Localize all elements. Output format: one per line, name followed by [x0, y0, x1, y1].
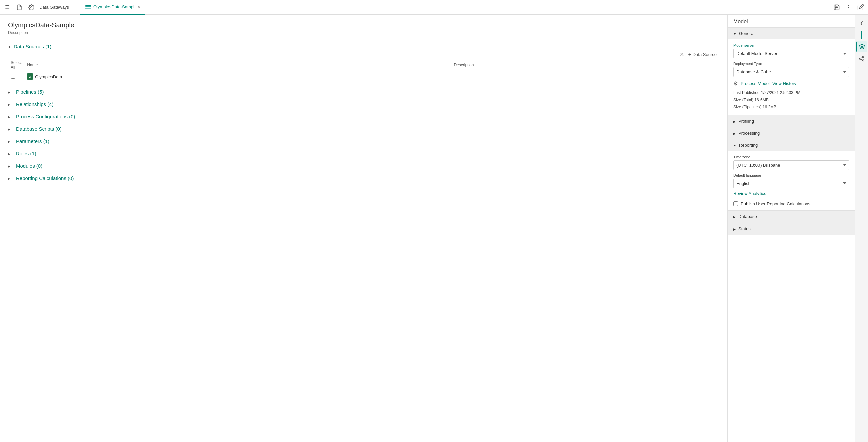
meta-info: Last Published 1/27/2021 2:52:33 PM Size…: [734, 89, 849, 111]
model-panel-title: Model: [728, 15, 855, 28]
size-pipelines: Size (Pipelines) 16.2MB: [734, 104, 849, 111]
section-6: Modules (0): [8, 161, 719, 171]
datasource-name: X OlympicsData: [27, 73, 448, 80]
profiling-section: Profiling: [728, 115, 855, 127]
profiling-chevron-icon: [734, 119, 736, 124]
general-chevron-icon: [734, 31, 737, 36]
reporting-section-label: Reporting: [739, 143, 758, 148]
timezone-select[interactable]: (UTC+10:00) Brisbane: [734, 160, 849, 170]
section-header-1[interactable]: Relationships (4): [8, 99, 719, 109]
tab-close-icon[interactable]: ×: [137, 5, 140, 9]
section-chevron-icon-6: [8, 164, 13, 168]
edit-icon[interactable]: [856, 3, 865, 12]
profiling-section-label: Profiling: [739, 119, 754, 124]
more-options-icon[interactable]: ⋮: [844, 3, 853, 12]
section-0: Pipelines (5): [8, 87, 719, 96]
process-model-link[interactable]: Process Model: [741, 81, 770, 86]
topbar-divider: [73, 3, 73, 11]
section-title-1: Relationships (4): [16, 101, 54, 107]
database-section: Database: [728, 211, 855, 223]
add-datasource-button[interactable]: + Data Source: [688, 52, 717, 58]
section-header-2[interactable]: Process Configurations (0): [8, 112, 719, 121]
tab-olympicsdata[interactable]: OlympicsData-Sampl ×: [80, 0, 145, 15]
column-select-all: Select All: [8, 59, 24, 71]
menu-icon[interactable]: ☰: [3, 3, 12, 12]
column-description: Description: [451, 59, 719, 71]
row-name-cell: X OlympicsData: [24, 71, 451, 82]
svg-point-4: [859, 58, 861, 60]
sidebar-layers-icon[interactable]: [856, 41, 867, 52]
default-language-label: Default language: [734, 173, 849, 177]
datasources-table: Select All Name Description X: [8, 59, 719, 82]
row-checkbox-cell: [8, 71, 24, 82]
process-model-row: ⚙ Process Model View History: [734, 80, 849, 87]
svg-line-7: [861, 57, 862, 58]
datasources-toolbar: ✕ + Data Source: [8, 52, 719, 58]
reporting-chevron-icon: [734, 143, 737, 148]
section-4: Parameters (1): [8, 136, 719, 146]
section-chevron-icon-1: [8, 102, 13, 107]
sidebar-connections-icon[interactable]: [856, 54, 867, 64]
save-icon[interactable]: [832, 3, 841, 12]
database-section-header[interactable]: Database: [728, 211, 855, 223]
datasources-chevron-icon: [8, 45, 11, 49]
new-file-icon[interactable]: [15, 3, 24, 12]
section-title-7: Reporting Calculations (0): [16, 175, 74, 181]
reporting-section-content: Time zone (UTC+10:00) Brisbane Default l…: [728, 151, 855, 210]
section-7: Reporting Calculations (0): [8, 173, 719, 183]
publish-calc-row: Publish User Reporting Calculations: [734, 202, 849, 206]
section-header-0[interactable]: Pipelines (5): [8, 87, 719, 96]
tab-label: OlympicsData-Sampl: [93, 4, 134, 9]
section-chevron-icon-0: [8, 90, 13, 94]
delete-datasource-button[interactable]: ✕: [680, 52, 684, 58]
section-header-3[interactable]: Database Scripts (0): [8, 124, 719, 134]
processing-section-label: Processing: [739, 130, 760, 136]
section-header-4[interactable]: Parameters (1): [8, 136, 719, 146]
reporting-section-header[interactable]: Reporting: [728, 139, 855, 151]
svg-point-1: [31, 6, 32, 8]
right-panel: Model General Model server: Default Mode…: [728, 15, 855, 442]
data-gateways-label: Data Gateways: [39, 5, 69, 10]
model-server-select[interactable]: Default Model Server: [734, 49, 849, 58]
database-section-label: Database: [739, 214, 757, 219]
section-header-6[interactable]: Modules (0): [8, 161, 719, 171]
topbar-left: ☰ Data Gateways OlympicsData-Sampl ×: [3, 0, 145, 15]
section-header-5[interactable]: Roles (1): [8, 149, 719, 158]
section-title-6: Modules (0): [16, 163, 42, 169]
row-description-cell: [451, 71, 719, 82]
reporting-section: Reporting Time zone (UTC+10:00) Brisbane…: [728, 139, 855, 211]
svg-marker-2: [859, 45, 864, 47]
datasources-header[interactable]: Data Sources (1): [8, 42, 719, 52]
section-title-4: Parameters (1): [16, 138, 50, 144]
review-analytics-link[interactable]: Review Analytics: [734, 191, 766, 196]
section-header-7[interactable]: Reporting Calculations (0): [8, 173, 719, 183]
deployment-type-select[interactable]: Database & Cube: [734, 67, 849, 77]
topbar: ☰ Data Gateways OlympicsData-Sampl × ⋮: [0, 0, 868, 15]
section-1: Relationships (4): [8, 99, 719, 109]
processing-chevron-icon: [734, 130, 736, 136]
publish-calc-checkbox[interactable]: [734, 202, 738, 206]
delete-icon: ✕: [680, 52, 684, 58]
default-language-select[interactable]: English: [734, 179, 849, 188]
general-section: General Model server: Default Model Serv…: [728, 28, 855, 115]
row-checkbox[interactable]: [11, 74, 16, 79]
sidebar-expand-icon[interactable]: [856, 18, 867, 28]
topbar-right: ⋮: [832, 3, 865, 12]
deployment-type-label: Deployment Type: [734, 62, 849, 66]
general-section-header[interactable]: General: [728, 28, 855, 39]
profiling-section-header[interactable]: Profiling: [728, 115, 855, 127]
plus-icon: +: [688, 52, 691, 58]
section-title-0: Pipelines (5): [16, 89, 44, 94]
status-section: Status: [728, 223, 855, 235]
status-section-label: Status: [739, 226, 751, 231]
main-layout: OlympicsData-Sample Description Data Sou…: [0, 15, 868, 442]
view-history-link[interactable]: View History: [772, 81, 796, 86]
section-title-2: Process Configurations (0): [16, 114, 75, 119]
timezone-label: Time zone: [734, 155, 849, 159]
excel-icon: X: [27, 73, 33, 80]
status-section-header[interactable]: Status: [728, 223, 855, 235]
settings-icon[interactable]: [27, 3, 36, 12]
general-section-content: Model server: Default Model Server Deplo…: [728, 39, 855, 115]
processing-section-header[interactable]: Processing: [728, 127, 855, 139]
sidebar-active-indicator: [861, 31, 862, 39]
